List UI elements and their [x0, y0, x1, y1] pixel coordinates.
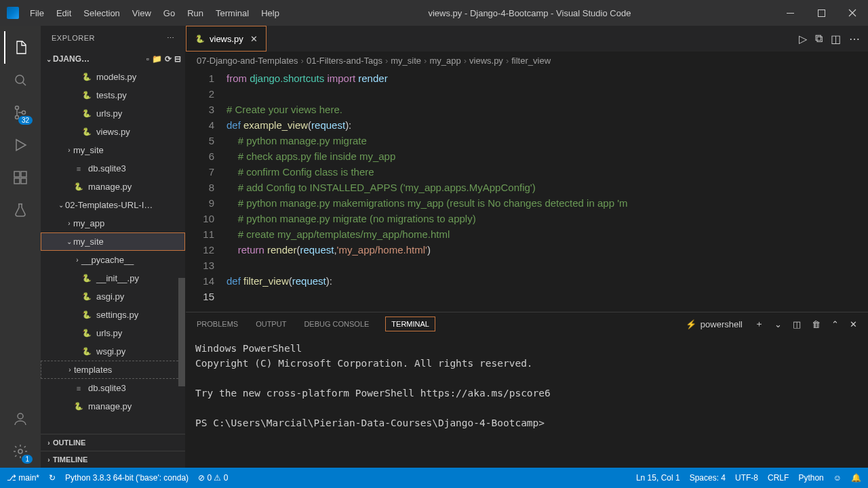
feedback-icon[interactable]: ☺ [833, 473, 842, 483]
svg-point-10 [18, 413, 23, 419]
tree-item-db-sqlite3[interactable]: ≡db.sqlite3 [41, 379, 185, 397]
project-header[interactable]: ⌄ DJANG… ▫ 📁 ⟳ ⊟ [41, 50, 185, 68]
code-content[interactable]: from django.shortcuts import render # Cr… [226, 69, 868, 312]
breadcrumb[interactable]: 07-Django-and-Templates›01-Filters-and-T… [186, 52, 868, 69]
kill-terminal-icon[interactable]: 🗑 [810, 317, 822, 332]
tree-item-my-app[interactable]: ›my_app [41, 214, 185, 232]
refresh-icon[interactable]: ⟳ [165, 54, 172, 64]
svg-rect-0 [787, 13, 794, 14]
account-icon[interactable] [4, 403, 37, 435]
tree-item-asgi-py[interactable]: 🐍asgi.py [41, 287, 185, 306]
problems-indicator[interactable]: ⊘ 0 ⚠ 0 [198, 473, 228, 483]
branch-indicator[interactable]: ⎇ main* [7, 473, 39, 483]
menu-selection[interactable]: Selection [78, 5, 125, 22]
sync-icon[interactable]: ↻ [49, 473, 56, 483]
python-interpreter[interactable]: Python 3.8.3 64-bit ('base': conda) [65, 473, 189, 483]
menu-run[interactable]: Run [182, 5, 209, 22]
menu-terminal[interactable]: Terminal [210, 5, 254, 22]
outline-section[interactable]: ›OUTLINE [41, 434, 185, 451]
editor-body[interactable]: 123456789101112131415 from django.shortc… [186, 69, 868, 312]
tab-views-py[interactable]: 🐍 views.py ✕ [186, 26, 267, 52]
tree-item-tests-py[interactable]: 🐍tests.py [41, 86, 185, 104]
minimize-button[interactable] [774, 0, 806, 26]
tree-item-views-py[interactable]: 🐍views.py [41, 123, 185, 141]
tree-item-templates[interactable]: ›templates [41, 361, 185, 379]
tree-item-wsgi-py[interactable]: 🐍wsgi.py [41, 342, 185, 361]
settings-badge: 1 [22, 455, 33, 464]
close-tab-icon[interactable]: ✕ [250, 34, 258, 44]
timeline-section[interactable]: ›TIMELINE [41, 451, 185, 468]
compare-icon[interactable]: ⧉ [815, 33, 823, 45]
panel-tab-output[interactable]: OUTPUT [254, 317, 288, 331]
more-icon[interactable]: ⋯ [167, 34, 175, 43]
indentation[interactable]: Spaces: 4 [690, 473, 726, 483]
tree-item---init---py[interactable]: 🐍__init__.py [41, 269, 185, 287]
run-icon[interactable]: ▷ [799, 33, 807, 45]
menu-edit[interactable]: Edit [51, 5, 77, 22]
menu-view[interactable]: View [127, 5, 157, 22]
python-file-icon: 🐍 [81, 127, 92, 138]
extensions-icon[interactable] [4, 161, 37, 194]
breadcrumb-item[interactable]: filter_view [511, 56, 551, 66]
tree-item-my-site[interactable]: ›my_site [41, 141, 185, 159]
breadcrumb-item[interactable]: my_app [429, 56, 460, 66]
split-terminal-icon[interactable]: ◫ [791, 317, 802, 332]
tree-item-label: manage.py [88, 182, 132, 192]
window-title: views.py - Django-4-Bootcamp - Visual St… [285, 8, 774, 18]
eol[interactable]: CRLF [768, 473, 789, 483]
tree-item-02-templates-url-i-[interactable]: ⌄02-Templates-URL-I… [41, 196, 185, 214]
tree-item-settings-py[interactable]: 🐍settings.py [41, 306, 185, 324]
more-actions-icon[interactable]: ⋯ [849, 33, 860, 45]
scrollbar[interactable] [178, 278, 185, 386]
panel-tab-terminal[interactable]: TERMINAL [385, 317, 435, 331]
panel-tab-debug-console[interactable]: DEBUG CONSOLE [302, 317, 370, 331]
menu-file[interactable]: File [24, 5, 50, 22]
language-mode[interactable]: Python [798, 473, 823, 483]
shell-label[interactable]: ⚡ powershell [684, 317, 745, 332]
notifications-icon[interactable]: 🔔 [851, 473, 861, 483]
tree-item-urls-py[interactable]: 🐍urls.py [41, 104, 185, 123]
settings-icon[interactable]: 1 [4, 435, 37, 468]
tree-item-urls-py[interactable]: 🐍urls.py [41, 324, 185, 342]
minimap[interactable] [800, 69, 868, 312]
tree-item-manage-py[interactable]: 🐍manage.py [41, 397, 185, 415]
line-numbers: 123456789101112131415 [186, 69, 226, 312]
python-file-icon: 🐍 [81, 328, 92, 339]
maximize-button[interactable] [806, 0, 837, 26]
explorer-icon[interactable] [4, 31, 37, 64]
terminal-content[interactable]: Windows PowerShell Copyright (C) Microso… [186, 336, 868, 468]
database-file-icon: ≡ [73, 163, 84, 174]
terminal-dropdown-icon[interactable]: ⌄ [773, 317, 783, 332]
maximize-panel-icon[interactable]: ⌃ [830, 317, 840, 332]
new-folder-icon[interactable]: 📁 [152, 54, 162, 64]
window-controls [774, 0, 868, 26]
tree-item-label: views.py [96, 127, 130, 137]
testing-icon[interactable] [4, 194, 37, 226]
cursor-position[interactable]: Ln 15, Col 1 [636, 473, 680, 483]
tree-item-manage-py[interactable]: 🐍manage.py [41, 178, 185, 196]
new-file-icon[interactable]: ▫ [146, 54, 149, 64]
search-icon[interactable] [4, 64, 37, 96]
collapse-icon[interactable]: ⊟ [174, 54, 181, 64]
tree-item-my-site[interactable]: ⌄my_site [41, 232, 185, 251]
menu-go[interactable]: Go [158, 5, 180, 22]
new-terminal-icon[interactable]: ＋ [753, 315, 765, 333]
close-panel-icon[interactable]: ✕ [848, 317, 859, 332]
breadcrumb-item[interactable]: 01-Filters-and-Tags [307, 56, 382, 66]
menu-help[interactable]: Help [256, 5, 285, 22]
breadcrumb-item[interactable]: 07-Django-and-Templates [197, 56, 298, 66]
close-button[interactable] [837, 0, 868, 26]
breadcrumb-item[interactable]: views.py [469, 56, 503, 66]
encoding[interactable]: UTF-8 [735, 473, 758, 483]
tree-item-db-sqlite3[interactable]: ≡db.sqlite3 [41, 159, 185, 178]
tree-item-models-py[interactable]: 🐍models.py [41, 68, 185, 86]
title-bar: FileEditSelectionViewGoRunTerminalHelp v… [0, 0, 868, 26]
panel-tab-problems[interactable]: PROBLEMS [195, 317, 239, 331]
scm-icon[interactable]: 32 [4, 96, 37, 129]
split-editor-icon[interactable]: ◫ [831, 33, 841, 45]
debug-icon[interactable] [4, 129, 37, 161]
breadcrumb-item[interactable]: my_site [391, 56, 421, 66]
activity-bar: 32 1 [0, 26, 41, 468]
tree-item-label: urls.py [96, 108, 122, 119]
tree-item---pycache--[interactable]: ›__pycache__ [41, 251, 185, 269]
